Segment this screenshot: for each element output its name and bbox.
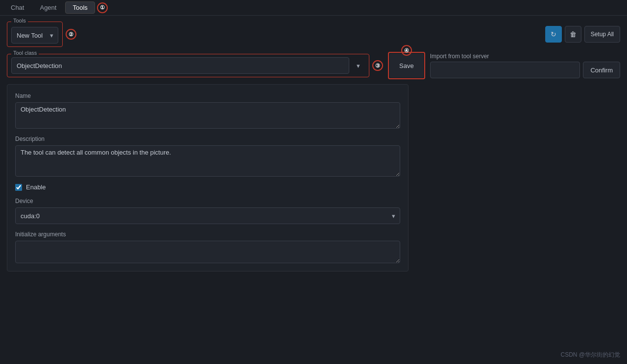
refresh-button[interactable]: ↻	[545, 26, 562, 43]
tools-row: New Tool ▾	[11, 27, 58, 44]
init-args-input[interactable]	[15, 241, 400, 263]
tab-tools[interactable]: Tools	[65, 1, 95, 14]
toolclass-arrow-icon: ▾	[357, 62, 360, 69]
description-group: Description The tool can detect all comm…	[15, 136, 400, 177]
setup-all-button[interactable]: Setup All	[584, 26, 620, 43]
tab-chat[interactable]: Chat	[4, 2, 31, 13]
tab-agent[interactable]: Agent	[33, 2, 63, 13]
tools-section-label: Tools	[11, 18, 28, 23]
main-content: Tools New Tool ▾ ② ↻ 🗑 Setup All	[0, 16, 627, 277]
confirm-button[interactable]: Confirm	[583, 62, 620, 78]
init-args-label: Initialize arguments	[15, 231, 400, 238]
name-input[interactable]: ObjectDetection	[15, 102, 400, 129]
toolclass-row: Tool class ObjectDetection ▾ ③ ④ Save Im…	[7, 52, 620, 79]
tool-select-wrapper: New Tool ▾	[11, 27, 58, 44]
enable-label[interactable]: Enable	[26, 183, 46, 191]
tools-section-box: Tools New Tool ▾	[7, 22, 63, 47]
top-nav: Chat Agent Tools ①	[0, 0, 627, 16]
annotation-1: ①	[97, 2, 108, 13]
tool-select[interactable]: New Tool	[11, 27, 58, 44]
name-label: Name	[15, 92, 400, 99]
save-button[interactable]: Save	[389, 53, 424, 78]
import-label: Import from tool server	[430, 53, 620, 60]
annotation-4: ④	[401, 45, 412, 56]
device-select[interactable]: cuda:0 cpu	[15, 207, 400, 224]
annotation-3: ③	[372, 60, 383, 71]
init-args-group: Initialize arguments	[15, 231, 400, 263]
import-row: Confirm	[430, 62, 620, 78]
refresh-icon: ↻	[551, 30, 556, 38]
toolclass-select[interactable]: ObjectDetection	[11, 57, 349, 74]
delete-button[interactable]: 🗑	[565, 26, 581, 43]
save-btn-box: Save	[388, 52, 425, 79]
import-input[interactable]	[430, 62, 580, 78]
toolclass-select-wrapper: ObjectDetection ▾	[11, 57, 365, 74]
device-select-wrapper: cuda:0 cpu ▾	[15, 207, 400, 224]
import-section: Import from tool server Confirm	[430, 53, 620, 78]
toolclass-label: Tool class	[11, 50, 39, 56]
enable-checkbox[interactable]	[15, 184, 22, 191]
form-panel: Name ObjectDetection Description The too…	[7, 84, 409, 272]
description-input[interactable]: The tool can detect all common objects i…	[15, 145, 400, 177]
delete-icon: 🗑	[570, 30, 577, 38]
annotation-2: ②	[66, 29, 76, 40]
enable-row: Enable	[15, 183, 400, 191]
watermark: CSDN @华尔街的幻觉	[560, 351, 620, 359]
toolclass-section-box: Tool class ObjectDetection ▾	[7, 54, 369, 77]
device-group: Device cuda:0 cpu ▾	[15, 198, 400, 224]
name-group: Name ObjectDetection	[15, 92, 400, 129]
description-label: Description	[15, 136, 400, 142]
device-label: Device	[15, 198, 400, 205]
